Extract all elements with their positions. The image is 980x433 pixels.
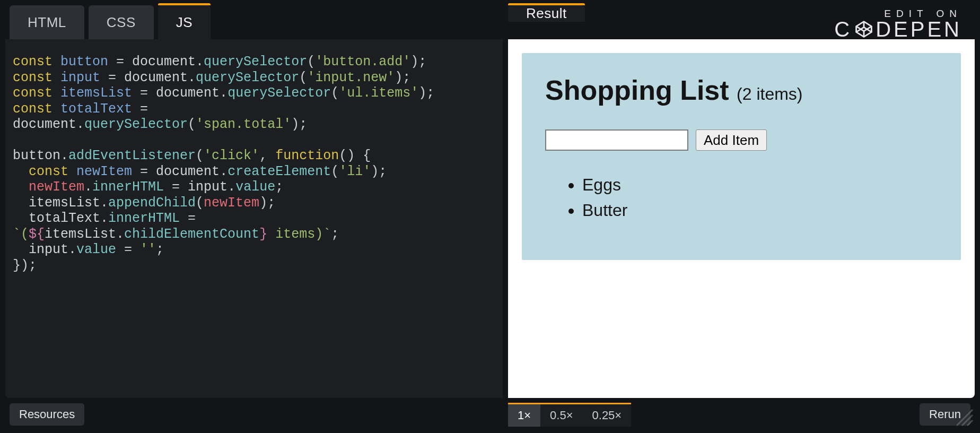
zoom-05x[interactable]: 0.5× <box>540 404 582 427</box>
tab-js[interactable]: JS <box>158 5 211 39</box>
page-title: Shopping List <box>545 75 737 106</box>
bottom-bar: Resources 1× 0.5× 0.25× Rerun <box>5 398 975 428</box>
result-pane: Shopping List (2 items) Add Item Eggs Bu… <box>508 39 975 398</box>
codepen-logo-icon <box>853 19 874 40</box>
brand-letter-c: C <box>834 19 852 40</box>
svg-line-5 <box>967 420 973 426</box>
item-count: (2 items) <box>737 84 802 103</box>
js-editor[interactable]: const button = document.querySelector('b… <box>5 39 503 398</box>
code-pane: const button = document.querySelector('b… <box>5 39 503 398</box>
list-item: Eggs <box>582 172 938 197</box>
tab-result[interactable]: Result <box>508 5 585 22</box>
tab-html[interactable]: HTML <box>10 5 84 39</box>
resources-button[interactable]: Resources <box>10 403 84 426</box>
list-item: Butter <box>582 197 938 223</box>
zoom-025x[interactable]: 0.25× <box>583 404 632 427</box>
add-item-button[interactable]: Add Item <box>696 129 767 151</box>
zoom-1x[interactable]: 1× <box>508 404 540 427</box>
resize-handle-icon[interactable] <box>952 405 974 427</box>
svg-line-4 <box>962 415 973 426</box>
tab-css[interactable]: CSS <box>89 5 154 39</box>
tab-bar: HTML CSS JS Result EDIT ON C <box>5 5 975 39</box>
items-list: Eggs Butter <box>545 172 938 223</box>
codepen-brand[interactable]: EDIT ON C DEPEN <box>834 8 962 40</box>
zoom-group: 1× 0.5× 0.25× <box>508 403 631 427</box>
brand-letters-depen: DEPEN <box>876 19 962 40</box>
shopping-card: Shopping List (2 items) Add Item Eggs Bu… <box>522 53 961 260</box>
new-item-input[interactable] <box>545 129 688 151</box>
